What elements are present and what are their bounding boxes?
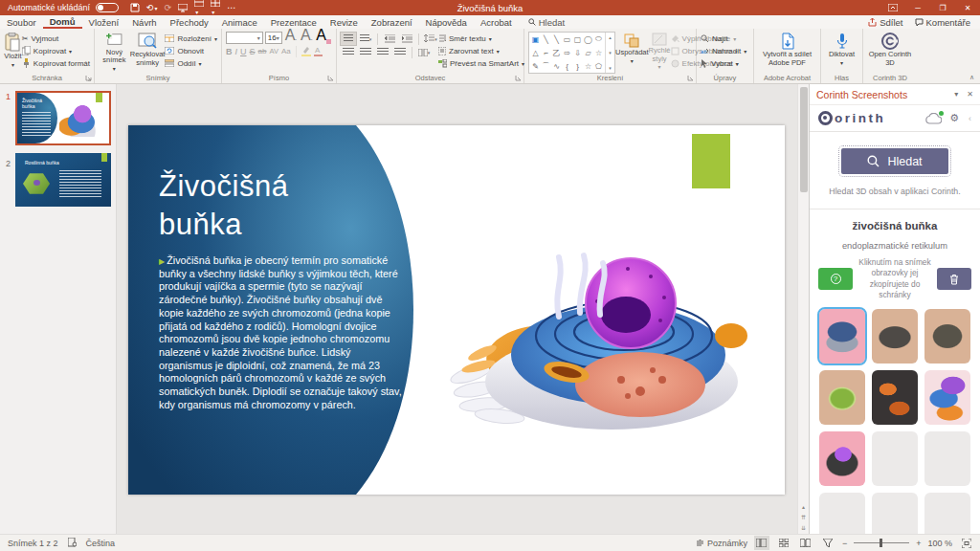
decrease-indent-button[interactable]	[382, 33, 397, 45]
shape-icon[interactable]: △	[532, 49, 538, 57]
editor-scrollbar[interactable]: ▴ ⇈ ⇊	[797, 84, 809, 534]
collapse-ribbon-icon[interactable]: ∧	[969, 74, 974, 81]
shape-icon[interactable]: ⇩	[574, 49, 581, 57]
zoom-slider[interactable]	[854, 542, 909, 543]
dropdown-caret[interactable]: ▾	[428, 50, 431, 55]
normal-view-button[interactable]	[754, 536, 769, 550]
dialog-launcher-icon[interactable]	[687, 75, 694, 81]
layout-button[interactable]: Rozložení▾	[165, 33, 217, 44]
shape-icon[interactable]: ▢	[574, 35, 582, 44]
shape-icon[interactable]: ╲	[544, 35, 548, 44]
open-corinth-button[interactable]: Open Corinth 3D	[867, 32, 913, 73]
dictate-button[interactable]: Diktovat ▾	[825, 32, 858, 73]
language-status[interactable]: Čeština	[86, 539, 116, 548]
scroll-up-icon[interactable]: ▴	[609, 34, 612, 40]
reset-button[interactable]: Obnovit	[165, 45, 217, 56]
dropdown-caret[interactable]: ▾	[369, 36, 372, 42]
zoom-level[interactable]: 100 %	[927, 539, 952, 548]
dialog-launcher-icon[interactable]	[85, 75, 92, 81]
numbering-button[interactable]: ▾	[358, 33, 373, 45]
strikethrough-button[interactable]: S	[250, 47, 256, 56]
tab-navrh[interactable]: Návrh	[125, 15, 163, 29]
align-text-button[interactable]: Zarovnat text▾	[438, 45, 524, 56]
bullets-button[interactable]	[341, 33, 356, 45]
text-direction-button[interactable]: Směr textu▾	[438, 33, 524, 44]
close-button[interactable]: ✕	[955, 0, 980, 15]
grow-font-button[interactable]: Aˆ	[284, 33, 298, 44]
strikethrough-ab-button[interactable]: ab	[258, 47, 267, 55]
line-spacing-button[interactable]: ▾	[423, 33, 438, 45]
tab-prechody[interactable]: Přechody	[164, 15, 215, 29]
shapes-scrollbar[interactable]: ▴ ▾ ▾	[605, 33, 614, 73]
scrollbar-thumb[interactable]	[800, 87, 808, 192]
align-right-button[interactable]	[375, 46, 390, 58]
cloud-sync-icon[interactable]	[924, 113, 942, 124]
dialog-launcher-icon[interactable]	[327, 75, 334, 81]
start-slideshow-icon[interactable]	[178, 4, 188, 12]
dropdown-caret[interactable]: ▾	[257, 34, 260, 41]
replace-button[interactable]: abNahradit▾	[701, 45, 746, 56]
select-button[interactable]: Vybrat▾	[701, 57, 746, 69]
panel-close-icon[interactable]: ✕	[967, 90, 973, 99]
shape-icon[interactable]: ⌐	[544, 49, 548, 57]
screenshot-thumbnail[interactable]	[819, 370, 865, 425]
scroll-up-icon[interactable]: ▴	[802, 503, 805, 510]
bold-button[interactable]: B	[226, 47, 233, 56]
restore-button[interactable]: ❐	[930, 0, 955, 15]
share-button[interactable]: Sdílet	[868, 17, 902, 28]
character-spacing-button[interactable]: AV	[269, 47, 278, 55]
increase-indent-button[interactable]	[399, 33, 414, 45]
shapes-gallery[interactable]: ▣╲╲▭▢◯⬭ △⌐乙⇨⇩▱☆ ✎⌒∿{}☆⬠ ▴ ▾ ▾	[528, 32, 615, 74]
undo-icon[interactable]: ⟲▾	[146, 3, 158, 12]
comments-button[interactable]: Komentáře	[915, 17, 970, 28]
highlight-button[interactable]	[301, 46, 311, 56]
slide-thumbnail-2[interactable]: Rostlinná buňka	[15, 153, 111, 207]
delete-button[interactable]	[937, 268, 971, 290]
tab-animace[interactable]: Animace	[215, 15, 264, 29]
panel-collapse-icon[interactable]: ‹	[969, 114, 971, 123]
zoom-in-button[interactable]: +	[916, 539, 921, 548]
justify-button[interactable]	[392, 46, 408, 58]
format-painter-button[interactable]: Kopírovat formát	[22, 57, 90, 69]
slide-counter[interactable]: Snímek 1 z 2	[8, 539, 58, 548]
animal-cell-image[interactable]	[444, 229, 774, 430]
corinth-search-button[interactable]: Hledat	[841, 148, 948, 174]
tab-zobrazeni[interactable]: Zobrazení	[365, 15, 419, 29]
save-icon[interactable]	[130, 3, 140, 12]
font-size-combo[interactable]: 16▾	[265, 32, 282, 44]
columns-button[interactable]: ▾	[416, 46, 432, 58]
screenshot-thumbnail[interactable]	[872, 370, 918, 425]
new-slide-button[interactable]: Nový snímek ▾	[99, 32, 130, 73]
panel-menu-icon[interactable]: ▾	[954, 90, 958, 99]
shape-icon[interactable]: }	[576, 62, 579, 71]
shape-icon[interactable]: {	[566, 62, 568, 71]
quick-styles-button[interactable]: Rychlé styly ▾	[649, 32, 671, 73]
screenshot-thumbnail[interactable]	[819, 431, 865, 486]
gear-icon[interactable]: ⚙	[949, 112, 959, 124]
slide-canvas[interactable]: Živočišná buňka ▶Živočišná buňka je obec…	[128, 125, 785, 495]
shape-icon[interactable]: ⌒	[543, 61, 550, 72]
slide-title[interactable]: Živočišná buňka	[159, 167, 350, 245]
shape-icon[interactable]: ▭	[564, 35, 571, 44]
accessibility-icon[interactable]	[68, 538, 77, 548]
zoom-out-button[interactable]: −	[842, 539, 847, 548]
qat-overflow-icon[interactable]: ⋯	[227, 3, 235, 12]
slide-body-text[interactable]: ▶Živočišná buňka je obecný termín pro so…	[159, 254, 402, 411]
paste-button[interactable]: Vložit ▾	[4, 32, 22, 73]
cut-button[interactable]: ✂Vyjmout	[22, 33, 90, 44]
search-box[interactable]: Hledat	[528, 17, 565, 28]
next-slide-icon[interactable]: ⇊	[801, 524, 806, 531]
previous-slide-icon[interactable]: ⇈	[801, 514, 806, 520]
dropdown-caret[interactable]: ▾	[277, 34, 279, 41]
window-view-icon[interactable]: ▾	[194, 0, 204, 16]
shrink-font-button[interactable]: Aˇ	[300, 33, 313, 44]
font-name-combo[interactable]: ▾	[226, 32, 263, 44]
copy-button[interactable]: Kopírovat▾	[22, 45, 90, 56]
align-center-button[interactable]	[358, 46, 373, 58]
smartart-button[interactable]: Převést na SmartArt▾	[438, 57, 524, 69]
align-left-button[interactable]	[341, 46, 356, 58]
tab-soubor[interactable]: Soubor	[0, 15, 43, 29]
autosave-toggle[interactable]	[96, 3, 119, 12]
shape-icon[interactable]: ∿	[553, 62, 560, 71]
tab-domu[interactable]: Domů	[43, 15, 82, 29]
